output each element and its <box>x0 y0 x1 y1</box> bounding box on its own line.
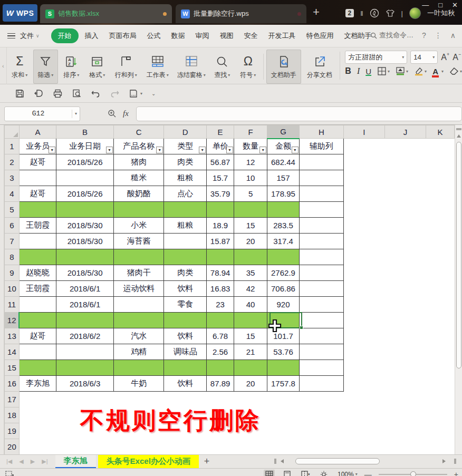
cell-G14[interactable]: 53.76 <box>267 344 300 360</box>
cell-A6[interactable]: 王朝霞 <box>19 218 56 234</box>
cell-H20[interactable] <box>299 439 343 455</box>
cell-G19[interactable] <box>267 423 300 439</box>
name-box[interactable]: G12 ▾ <box>4 106 80 121</box>
filter-dropdown-button[interactable]: ▼ <box>226 147 233 153</box>
cell-F7[interactable]: 20 <box>234 234 267 249</box>
cell-F3[interactable]: 10 <box>234 170 267 186</box>
cell-A12[interactable] <box>19 313 56 328</box>
cell-G9[interactable]: 2762.9 <box>267 265 300 281</box>
wps-logo[interactable]: W WPS <box>3 4 37 22</box>
cell-J16[interactable] <box>384 376 426 392</box>
cell-A3[interactable] <box>19 170 56 186</box>
menu-item-2[interactable]: 页面布局 <box>104 28 142 43</box>
toolbar-button-2[interactable]: AZ排序▾ <box>59 50 84 84</box>
cell-B7[interactable]: 2018/5/30 <box>56 234 114 249</box>
cell-F14[interactable]: 21 <box>234 344 267 360</box>
cell-J4[interactable] <box>384 186 426 202</box>
cell-F9[interactable]: 35 <box>234 265 267 281</box>
zoom-slider-knob[interactable] <box>410 471 416 476</box>
cell-K19[interactable] <box>426 423 455 439</box>
cell-H17[interactable] <box>299 392 343 407</box>
next-sheet-button[interactable]: ▶ <box>31 458 35 465</box>
cell-G20[interactable] <box>267 439 300 455</box>
cell-D2[interactable]: 肉类 <box>164 154 207 170</box>
font-size-select[interactable]: 14 ▾ <box>410 51 438 64</box>
cell-A5[interactable] <box>19 202 56 218</box>
column-header-H[interactable]: H <box>299 125 343 139</box>
cell-E16[interactable]: 87.89 <box>207 376 234 392</box>
cell-B2[interactable]: 2018/5/26 <box>56 154 114 170</box>
cell-K16[interactable] <box>426 376 455 392</box>
save-options-button[interactable]: ▾ <box>129 89 142 99</box>
cell-K6[interactable] <box>426 218 455 234</box>
borders-button[interactable]: ▾ <box>377 66 390 76</box>
cell-F10[interactable]: 42 <box>234 281 267 297</box>
cell-E3[interactable]: 15.7 <box>207 170 234 186</box>
cell-K15[interactable] <box>426 360 455 376</box>
first-sheet-button[interactable]: |◀ <box>6 458 12 465</box>
cell-D20[interactable] <box>164 439 207 455</box>
cell-F20[interactable] <box>234 439 267 455</box>
cell-G11[interactable]: 920 <box>267 297 300 313</box>
fill-handle[interactable] <box>300 326 303 329</box>
row-header-3[interactable]: 3 <box>5 170 20 186</box>
cell-A2[interactable]: 赵哥 <box>19 154 56 170</box>
cell-I3[interactable] <box>343 170 384 186</box>
cell-K11[interactable] <box>426 297 455 313</box>
cell-H18[interactable] <box>299 407 343 423</box>
help-button[interactable]: ? <box>422 31 426 40</box>
cell-G17[interactable] <box>267 392 300 407</box>
redo-button[interactable] <box>110 89 120 98</box>
formula-input[interactable] <box>136 106 462 121</box>
cell-F16[interactable]: 20 <box>234 376 267 392</box>
column-header-G[interactable]: G <box>267 125 300 139</box>
prev-sheet-button[interactable]: ◀ <box>19 458 23 465</box>
cell-H10[interactable] <box>299 281 343 297</box>
vertical-scrollbar[interactable] <box>455 125 462 454</box>
last-sheet-button[interactable]: ▶| <box>42 458 47 465</box>
cell-H16[interactable] <box>299 376 343 392</box>
cell-B11[interactable]: 2018/6/1 <box>56 297 114 313</box>
magnifier-icon[interactable] <box>108 109 117 118</box>
scroll-left-arrow[interactable] <box>281 459 284 463</box>
cell-K14[interactable] <box>426 344 455 360</box>
cell-K20[interactable] <box>426 439 455 455</box>
cell-H13[interactable] <box>299 328 343 344</box>
cell-I11[interactable] <box>343 297 384 313</box>
column-header-A[interactable]: A <box>19 125 56 139</box>
row-header-13[interactable]: 13 <box>5 328 20 344</box>
row-header-15[interactable]: 15 <box>5 360 20 376</box>
cell-D16[interactable]: 饮料 <box>164 376 207 392</box>
cell-A7[interactable] <box>19 234 56 249</box>
row-header-14[interactable]: 14 <box>5 344 20 360</box>
row-header-2[interactable]: 2 <box>5 154 20 170</box>
menu-item-8[interactable]: 开发工具 <box>263 28 301 43</box>
row-header-20[interactable]: 20 <box>5 439 20 455</box>
cell-D13[interactable]: 饮料 <box>164 328 207 344</box>
page-break-view-button[interactable]: ▾ <box>300 470 312 476</box>
split-handle[interactable] <box>456 128 461 130</box>
zoom-slider[interactable] <box>379 474 447 475</box>
horizontal-scrollbar[interactable] <box>274 458 456 465</box>
cell-I5[interactable] <box>343 202 384 218</box>
cell-B4[interactable]: 2018/5/26 <box>56 186 114 202</box>
cell-J2[interactable] <box>384 154 426 170</box>
filter-dropdown-button[interactable]: ▼ <box>49 147 55 153</box>
menu-item-4[interactable]: 数据 <box>166 28 190 43</box>
row-header-6[interactable]: 6 <box>5 218 20 234</box>
cell-K4[interactable] <box>426 186 455 202</box>
toolbar-button-0[interactable]: Σ求和▾ <box>7 50 32 84</box>
cell-H9[interactable] <box>299 265 343 281</box>
cell-E13[interactable]: 6.78 <box>207 328 234 344</box>
split-handle[interactable] <box>454 459 456 464</box>
cell-I10[interactable] <box>343 281 384 297</box>
bold-button[interactable]: B <box>345 66 351 76</box>
underline-button[interactable]: U <box>365 67 371 76</box>
cell-H2[interactable] <box>299 154 343 170</box>
cell-J17[interactable] <box>384 392 426 407</box>
cell-H4[interactable] <box>299 186 343 202</box>
cell-H15[interactable] <box>299 360 343 376</box>
cell-G4[interactable]: 178.95 <box>267 186 300 202</box>
customize-toolbar-button[interactable]: ⌄ <box>151 91 156 96</box>
zoom-out-button[interactable]: — <box>364 470 372 476</box>
